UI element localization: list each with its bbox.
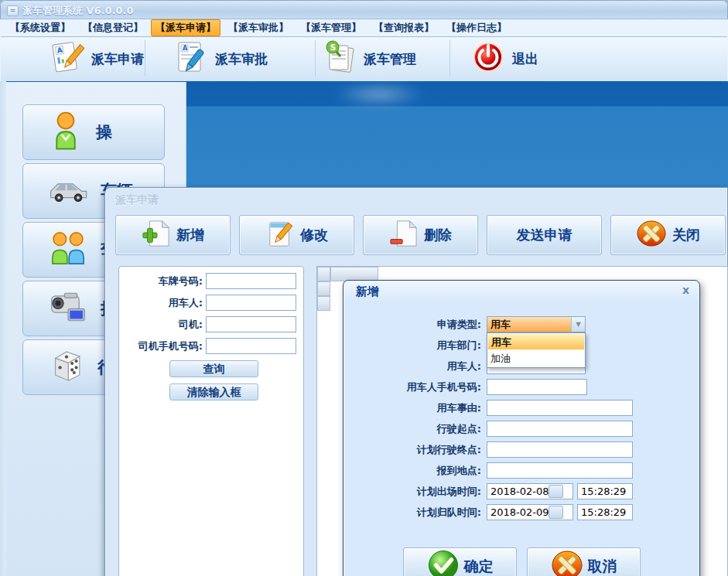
reason-input[interactable] [487, 400, 633, 416]
app-window: = 派车管理系统 V6.0.0.0 【系统设置】 【信息登记】 【派车申请】 【… [0, 0, 728, 576]
cloud [333, 83, 426, 106]
delete-button-label: 删除 [424, 226, 452, 244]
modify-button-label: 修改 [300, 226, 328, 244]
report-place-label: 报到地点: [343, 462, 481, 479]
dialog-title: 新增 [356, 285, 379, 299]
dialog-close-icon[interactable]: x [682, 283, 689, 297]
menu-item-dispatch-request[interactable]: 【派车申请】 [151, 19, 220, 36]
apply-type-combobox[interactable]: 用车 ▼ [487, 316, 586, 332]
modify-document-icon [265, 220, 295, 251]
grid-row-indicator [317, 296, 330, 311]
toolbar-separator [145, 40, 145, 77]
operator-icon [48, 111, 84, 154]
dispatch-approve-icon: A [173, 39, 208, 78]
svg-text:A: A [56, 46, 63, 55]
menu-item-dispatch-approve[interactable]: 【派车审批】 [224, 19, 293, 36]
dropdown-option-car[interactable]: 用车 [487, 333, 585, 350]
send-request-button-label: 发送申请 [517, 226, 572, 244]
toolbar-dispatch-manage-label: 派车管理 [364, 50, 416, 68]
close-x-icon [636, 220, 667, 251]
toolbar-exit-label: 退出 [512, 50, 538, 68]
menu-item-system-settings[interactable]: 【系统设置】 [5, 19, 75, 36]
check-circle-icon [427, 549, 460, 576]
plate-number-input[interactable] [206, 273, 296, 289]
svg-text:A: A [183, 45, 188, 52]
add-button-label: 新增 [176, 226, 204, 244]
grid-corner-cell [317, 267, 330, 281]
svg-text:S: S [330, 43, 337, 53]
app-icon: = [7, 5, 19, 16]
apply-type-value: 用车 [487, 317, 571, 332]
menu-item-operation-log[interactable]: 【操作日志】 [442, 19, 511, 36]
end-point-input[interactable] [487, 441, 633, 458]
search-form-panel: 车牌号码: 用车人: 司机: 司机手机号码: 查询 清除输入框 [118, 266, 304, 576]
return-time-input[interactable] [577, 504, 633, 520]
dropdown-option-refuel[interactable]: 加油 [487, 350, 585, 367]
delete-document-icon [389, 220, 419, 251]
user-phone-label: 用车人手机号码: [343, 379, 481, 395]
menu-item-report-query[interactable]: 【查询报表】 [369, 19, 439, 36]
exit-power-icon [471, 40, 505, 77]
cancel-x-icon [551, 550, 583, 576]
toolbar-dispatch-approve-label: 派车审批 [215, 50, 268, 68]
start-point-input[interactable] [487, 421, 633, 437]
driver-phone-input[interactable] [206, 338, 296, 354]
toolbar-dispatch-request[interactable]: A 派车申请 [49, 41, 144, 77]
depart-time-label: 计划出场时间: [343, 483, 481, 499]
driver-phone-label: 司机手机号码: [119, 338, 203, 355]
drivers-icon [48, 230, 88, 270]
report-place-input[interactable] [487, 462, 633, 479]
window-frame [0, 81, 6, 576]
mdi-background: 操 车辆 [0, 81, 728, 576]
cancel-button-label: 取消 [588, 557, 617, 576]
driver-label: 司机: [119, 316, 203, 333]
toolbar-exit[interactable]: 退出 [471, 41, 538, 77]
app-title: 派车管理系统 V6.0.0.0 [22, 4, 134, 18]
toolbar-separator [449, 40, 450, 77]
send-request-button[interactable]: 发送申请 [487, 215, 602, 255]
delete-button[interactable]: 删除 [363, 215, 478, 255]
grid-row-indicator [317, 281, 330, 296]
baggage-dice-icon [48, 347, 85, 387]
query-button[interactable]: 查询 [169, 360, 258, 377]
add-button[interactable]: 新增 [115, 215, 231, 255]
return-time-label: 计划归队时间: [343, 504, 481, 520]
toolbar-dispatch-approve[interactable]: A 派车审批 [173, 41, 268, 77]
dept-label: 用车部门: [343, 337, 481, 353]
modify-button[interactable]: 修改 [239, 215, 354, 255]
add-document-icon [142, 220, 171, 251]
chevron-down-icon[interactable]: ▼ [571, 317, 585, 332]
cancel-button[interactable]: 取消 [527, 547, 641, 576]
user-phone-input[interactable] [487, 379, 587, 395]
dispatch-request-icon: A [49, 39, 84, 78]
titlebar: = 派车管理系统 V6.0.0.0 [0, 0, 728, 19]
toolbar-dispatch-manage[interactable]: S 派车管理 [321, 41, 416, 77]
menu-item-dispatch-manage[interactable]: 【派车管理】 [296, 19, 366, 36]
dispatch-manage-icon: S [321, 39, 357, 78]
vehicle-icon [48, 176, 88, 206]
sidebar-item-operator[interactable]: 操 [22, 104, 165, 160]
apply-type-label: 申请类型: [343, 316, 481, 332]
camera-icon [48, 290, 88, 327]
new-request-dialog: 新增 x 申请类型: 用车 ▼ 用车部门: 用车人: 用车人手机号码: [343, 280, 700, 576]
menubar: 【系统设置】 【信息登记】 【派车申请】 【派车审批】 【派车管理】 【查询报表… [1, 19, 727, 37]
driver-input[interactable] [206, 316, 296, 332]
end-point-label: 计划行驶终点: [343, 441, 481, 458]
close-button[interactable]: 关闭 [610, 215, 726, 255]
start-point-label: 行驶起点: [343, 421, 481, 437]
depart-time-input[interactable] [577, 483, 633, 499]
apply-type-dropdown: 用车 加油 [487, 332, 586, 368]
car-user-input[interactable] [206, 295, 296, 311]
dialog-header [344, 281, 699, 302]
calendar-button[interactable] [549, 506, 563, 519]
window-title: 派车申请 [115, 193, 159, 207]
reason-label: 用车事由: [343, 400, 481, 416]
clear-inputs-button[interactable]: 清除输入框 [169, 383, 258, 400]
car-user-label: 用车人: [343, 358, 481, 374]
ok-button-label: 确定 [464, 557, 494, 576]
ok-button[interactable]: 确定 [403, 547, 517, 576]
calendar-button[interactable] [549, 485, 563, 498]
car-user-label: 用车人: [119, 295, 203, 312]
menu-item-info-register[interactable]: 【信息登记】 [78, 19, 148, 36]
toolbar-separator [315, 40, 316, 77]
